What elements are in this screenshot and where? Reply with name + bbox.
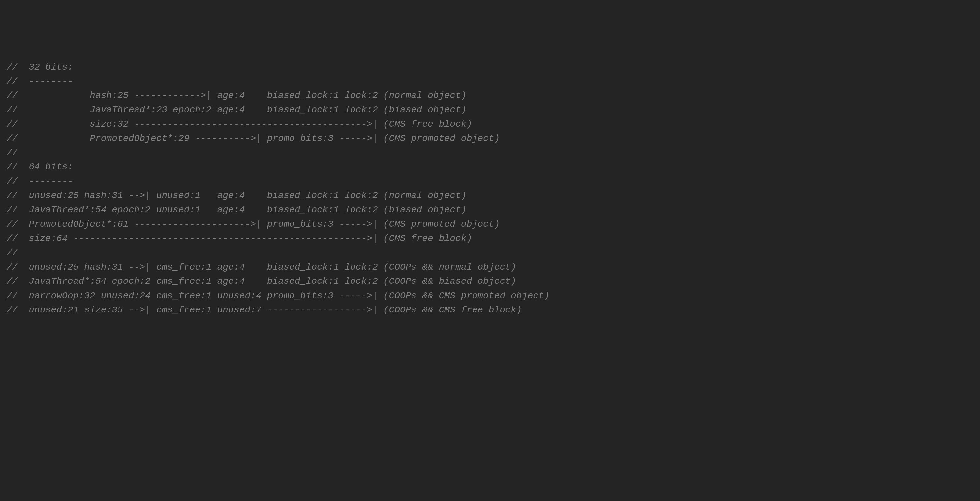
comment-line: // bbox=[6, 246, 974, 260]
comment-line: // JavaThread*:23 epoch:2 age:4 biased_l… bbox=[6, 103, 974, 117]
comment-line: // PromotedObject*:29 ---------->| promo… bbox=[6, 132, 974, 146]
comment-line: // narrowOop:32 unused:24 cms_free:1 unu… bbox=[6, 289, 974, 303]
code-comment-block: // 32 bits:// --------// hash:25 -------… bbox=[6, 60, 974, 317]
comment-line: // JavaThread*:54 epoch:2 cms_free:1 age… bbox=[6, 274, 974, 288]
comment-line: // unused:25 hash:31 -->| unused:1 age:4… bbox=[6, 189, 974, 203]
comment-line: // JavaThread*:54 epoch:2 unused:1 age:4… bbox=[6, 203, 974, 217]
comment-line: // PromotedObject*:61 ------------------… bbox=[6, 217, 974, 231]
comment-line: // size:32 -----------------------------… bbox=[6, 117, 974, 131]
comment-line: // unused:21 size:35 -->| cms_free:1 unu… bbox=[6, 303, 974, 317]
comment-line: // bbox=[6, 146, 974, 160]
comment-line: // 32 bits: bbox=[6, 60, 974, 74]
comment-line: // unused:25 hash:31 -->| cms_free:1 age… bbox=[6, 260, 974, 274]
comment-line: // -------- bbox=[6, 74, 974, 88]
comment-line: // hash:25 ------------>| age:4 biased_l… bbox=[6, 88, 974, 102]
comment-line: // 64 bits: bbox=[6, 160, 974, 174]
comment-line: // -------- bbox=[6, 174, 974, 189]
comment-line: // size:64 -----------------------------… bbox=[6, 231, 974, 246]
